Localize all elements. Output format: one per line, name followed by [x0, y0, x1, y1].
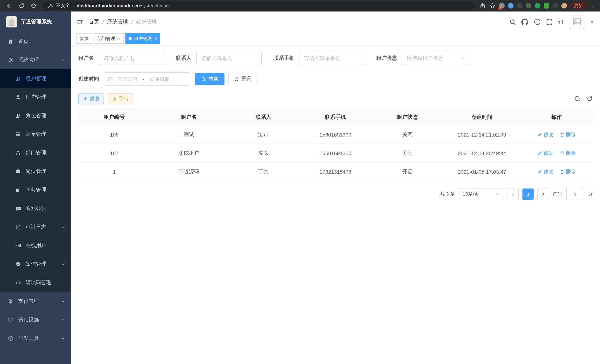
close-icon[interactable]: ×	[118, 36, 120, 41]
extension-icon[interactable]: 10	[499, 3, 505, 9]
tab-label: 首页	[80, 36, 89, 42]
sidebar: 芋道管理系统 首页 系统管理 租户管理 用户管理 角色管理	[0, 11, 71, 364]
sidebar-item-label: 菜单管理	[26, 131, 46, 138]
sidebar-item-error-code[interactable]: 错误码管理	[0, 273, 71, 292]
export-button[interactable]: 导出	[108, 93, 133, 104]
table-search-toggle-icon[interactable]	[574, 95, 581, 102]
address-bar[interactable]: 不安全 dashboard.yudao.iocoder.cn/system/te…	[43, 1, 474, 10]
breadcrumb-separator: /	[103, 19, 104, 25]
sidebar-item-label: 审计日志	[26, 224, 46, 230]
browser-update-button[interactable]: 更新	[570, 2, 587, 10]
sidebar-item-sms[interactable]: 短信管理	[0, 255, 71, 273]
audit-log-icon	[15, 224, 21, 230]
page-content: 租户名 联系人 联系手机 租户状态 请选择租户状态	[71, 45, 600, 364]
search-icon[interactable]	[509, 19, 516, 25]
cell-status: 关闭	[371, 144, 443, 162]
search-button[interactable]: 搜索	[195, 73, 225, 85]
delete-button[interactable]: 删除	[560, 131, 575, 138]
contact-input[interactable]	[196, 52, 262, 65]
sidebar-item-notice[interactable]: 通知公告	[0, 199, 71, 218]
page-size-select[interactable]: 10条/页	[459, 188, 503, 200]
menu-list-icon	[15, 131, 21, 137]
extension-icon[interactable]	[562, 3, 567, 9]
edit-button[interactable]: 修改	[538, 168, 553, 175]
help-icon[interactable]: ?	[534, 19, 541, 25]
devtools-icon	[8, 336, 13, 341]
sidebar-item-role[interactable]: 角色管理	[0, 106, 71, 125]
sidebar-item-audit-log[interactable]: 审计日志	[0, 218, 71, 236]
sidebar-item-infra[interactable]: 基础设施	[0, 311, 71, 329]
app-window: 不安全 dashboard.yudao.iocoder.cn/system/te…	[0, 0, 600, 364]
close-icon[interactable]: ×	[154, 36, 157, 41]
github-icon[interactable]	[521, 18, 528, 25]
tab-home[interactable]: 首页	[76, 33, 92, 44]
gear-icon	[8, 57, 13, 63]
create-time-range-picker[interactable]: -	[104, 72, 190, 86]
tab-dept[interactable]: 部门管理 ×	[94, 33, 123, 44]
status-select-placeholder: 请选择租户状态	[407, 55, 461, 62]
sidebar-item-system[interactable]: 系统管理	[0, 51, 71, 69]
extension-icon[interactable]	[535, 3, 540, 9]
edit-button[interactable]: 修改	[538, 150, 553, 156]
breadcrumb-separator: /	[131, 19, 133, 25]
filter-label-status: 租户状态	[376, 55, 397, 62]
add-button[interactable]: 新增	[78, 93, 104, 104]
avatar-caret-icon[interactable]	[590, 20, 594, 24]
chevron-down-icon	[461, 56, 465, 60]
cell-status: 关闭	[371, 125, 443, 144]
cell-name: 测试	[150, 125, 227, 144]
security-label[interactable]: 不安全	[56, 3, 70, 9]
bookmark-star-icon[interactable]	[489, 2, 496, 9]
share-icon[interactable]	[479, 2, 486, 9]
extension-icon[interactable]	[526, 3, 531, 9]
security-warning-icon[interactable]	[47, 2, 54, 9]
extension-icon[interactable]	[508, 3, 514, 9]
sidebar-item-pay[interactable]: 支付管理	[0, 292, 71, 311]
breadcrumb-item[interactable]: 系统管理	[107, 19, 128, 25]
sidebar-item-tenant[interactable]: 租户管理	[0, 69, 71, 88]
reset-button[interactable]: 重置	[228, 73, 258, 85]
chevron-down-icon	[61, 225, 65, 229]
sidebar-logo: 芋道管理系统	[0, 11, 71, 32]
sidebar-item-post[interactable]: 岗位管理	[0, 162, 71, 181]
delete-button[interactable]: 删除	[560, 150, 575, 156]
sidebar-item-home[interactable]: 首页	[0, 32, 71, 51]
fullscreen-icon[interactable]	[546, 19, 553, 25]
browser-menu-icon[interactable]: ⋮	[591, 3, 596, 9]
sms-shield-icon	[15, 261, 21, 267]
sidebar-item-dict[interactable]: 字典管理	[0, 181, 71, 199]
roles-icon	[15, 113, 21, 119]
extension-icon[interactable]	[517, 3, 523, 9]
home-icon[interactable]	[30, 2, 37, 9]
start-date-input[interactable]	[114, 76, 140, 82]
breadcrumb-item[interactable]: 首页	[89, 19, 99, 25]
tab-tenant[interactable]: 租户管理 ×	[125, 33, 160, 44]
sidebar-item-menu[interactable]: 菜单管理	[0, 125, 71, 144]
status-select[interactable]: 请选择租户状态	[402, 52, 469, 65]
table-row: 108 测试 测试 15601691300 关闭 2021-12-14 21:0…	[78, 125, 593, 144]
reload-icon[interactable]	[18, 2, 25, 9]
goto-page-input[interactable]	[566, 188, 584, 200]
end-date-input[interactable]	[147, 76, 173, 82]
sidebar-item-devtools[interactable]: 研发工具	[0, 329, 71, 348]
table-refresh-icon[interactable]	[587, 96, 593, 102]
font-size-icon[interactable]: TT	[558, 19, 564, 25]
extension-icon[interactable]	[544, 3, 549, 9]
avatar[interactable]	[570, 15, 584, 29]
back-icon[interactable]	[6, 2, 13, 9]
phone-input[interactable]	[299, 52, 364, 65]
extension-icon[interactable]	[553, 3, 558, 9]
browser-chrome: 不安全 dashboard.yudao.iocoder.cn/system/te…	[0, 0, 600, 11]
page-number-1[interactable]: 1	[523, 188, 534, 200]
edit-button[interactable]: 修改	[538, 131, 553, 138]
next-page-button[interactable]	[537, 188, 549, 200]
delete-button[interactable]: 删除	[560, 168, 575, 175]
tenant-name-input[interactable]	[99, 52, 164, 65]
sidebar-item-online-user[interactable]: 在线用户	[0, 236, 71, 255]
sidebar-item-dept[interactable]: 部门管理	[0, 144, 71, 162]
chevron-down-icon	[61, 318, 65, 322]
col-header-contact: 联系人	[227, 109, 300, 125]
sidebar-toggle-icon[interactable]	[77, 19, 83, 25]
sidebar-item-user[interactable]: 用户管理	[0, 88, 71, 106]
prev-page-button[interactable]	[507, 188, 519, 200]
